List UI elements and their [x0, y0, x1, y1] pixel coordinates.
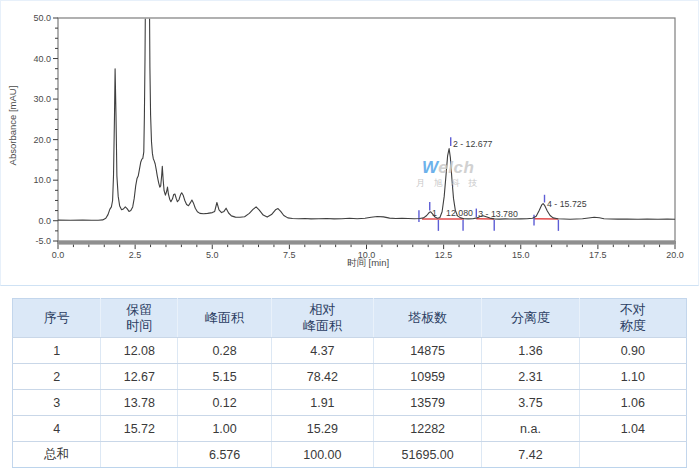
x-tick-label: 0.0	[52, 250, 65, 260]
table-cell: 15.72	[101, 416, 178, 442]
table-cell: 1.36	[482, 338, 579, 364]
chromatogram-trace	[58, 1, 675, 220]
table-cell: 0.90	[579, 338, 686, 364]
y-tick-label: 30.0	[33, 94, 51, 104]
table-cell: 13.78	[101, 390, 178, 416]
table-cell: 1.00	[178, 416, 271, 442]
table-cell: 3.75	[482, 390, 579, 416]
table-cell: 1.04	[579, 416, 686, 442]
table-cell: 7.42	[482, 442, 579, 468]
table-cell: 4.37	[271, 338, 373, 364]
table-cell: 14875	[374, 338, 482, 364]
column-header: 峰面积	[178, 299, 271, 338]
peak-label: 4 - 15.725	[547, 199, 587, 209]
table-cell: 51695.00	[374, 442, 482, 468]
table-cell: 4	[13, 416, 101, 442]
table-cell: 15.29	[271, 416, 373, 442]
peak-label: 3 - 13.780	[478, 209, 518, 219]
table-header-row: 序号保留 时间峰面积相对 峰面积塔板数分离度不对 称度	[13, 299, 687, 338]
table-cell: 10959	[374, 364, 482, 390]
table-row: 212.675.1578.42109592.311.10	[13, 364, 687, 390]
table-cell: 1.91	[271, 390, 373, 416]
chromatography-report: 0.02.55.07.510.012.515.017.520.0-5.00.01…	[0, 0, 699, 471]
table-cell: 2.31	[482, 364, 579, 390]
column-header: 相对 峰面积	[271, 299, 373, 338]
table-cell: 2	[13, 364, 101, 390]
y-axis-title: Absorbance [mAU]	[7, 56, 18, 196]
column-header: 分离度	[482, 299, 579, 338]
x-axis-band	[57, 241, 676, 245]
table-cell: 1.06	[579, 390, 686, 416]
x-tick-label: 17.5	[589, 250, 607, 260]
x-tick-label: 15.0	[512, 250, 530, 260]
column-header: 塔板数	[374, 299, 482, 338]
chromatogram-plot: 0.02.55.07.510.012.515.017.520.0-5.00.01…	[1, 1, 698, 285]
table-cell: 5.15	[178, 364, 271, 390]
y-tick-label: 10.0	[33, 175, 51, 185]
table-cell	[579, 442, 686, 468]
table-cell: 78.42	[271, 364, 373, 390]
table-row: 415.721.0015.2912282n.a.1.04	[13, 416, 687, 442]
table-cell: 总和	[13, 442, 101, 468]
table-cell: 12282	[374, 416, 482, 442]
table-row: 313.780.121.91135793.751.06	[13, 390, 687, 416]
peak-label: 12.080	[446, 208, 473, 218]
table-cell: 1	[13, 338, 101, 364]
peak-label: 1	[432, 208, 437, 218]
x-tick-label: 2.5	[129, 250, 142, 260]
x-tick-label: 5.0	[206, 250, 219, 260]
column-header: 序号	[13, 299, 101, 338]
column-header: 不对 称度	[579, 299, 686, 338]
table-row: 112.080.284.37148751.360.90	[13, 338, 687, 364]
chromatogram-panel: 0.02.55.07.510.012.515.017.520.0-5.00.01…	[0, 0, 699, 286]
table-cell: 100.00	[271, 442, 373, 468]
table-cell: 12.67	[101, 364, 178, 390]
peak-label: 2 - 12.677	[453, 139, 493, 149]
peak-results-table-wrap: 序号保留 时间峰面积相对 峰面积塔板数分离度不对 称度112.080.284.3…	[12, 298, 687, 468]
table-cell: 0.28	[178, 338, 271, 364]
table-cell	[101, 442, 178, 468]
table-row: 总和6.576100.0051695.007.42	[13, 442, 687, 468]
table-cell: 1.10	[579, 364, 686, 390]
table-cell: 12.08	[101, 338, 178, 364]
peak-results-table: 序号保留 时间峰面积相对 峰面积塔板数分离度不对 称度112.080.284.3…	[12, 298, 687, 468]
table-cell: 0.12	[178, 390, 271, 416]
table-cell: n.a.	[482, 416, 579, 442]
y-tick-label: 50.0	[33, 13, 51, 23]
y-tick-label: 0.0	[38, 216, 51, 226]
table-cell: 13579	[374, 390, 482, 416]
x-axis-title: 时间 [min]	[278, 257, 458, 270]
y-tick-label: 40.0	[33, 54, 51, 64]
table-cell: 6.576	[178, 442, 271, 468]
y-tick-label: -5.0	[35, 236, 51, 246]
table-cell: 3	[13, 390, 101, 416]
column-header: 保留 时间	[101, 299, 178, 338]
x-tick-label: 20.0	[666, 250, 684, 260]
y-tick-label: 20.0	[33, 135, 51, 145]
